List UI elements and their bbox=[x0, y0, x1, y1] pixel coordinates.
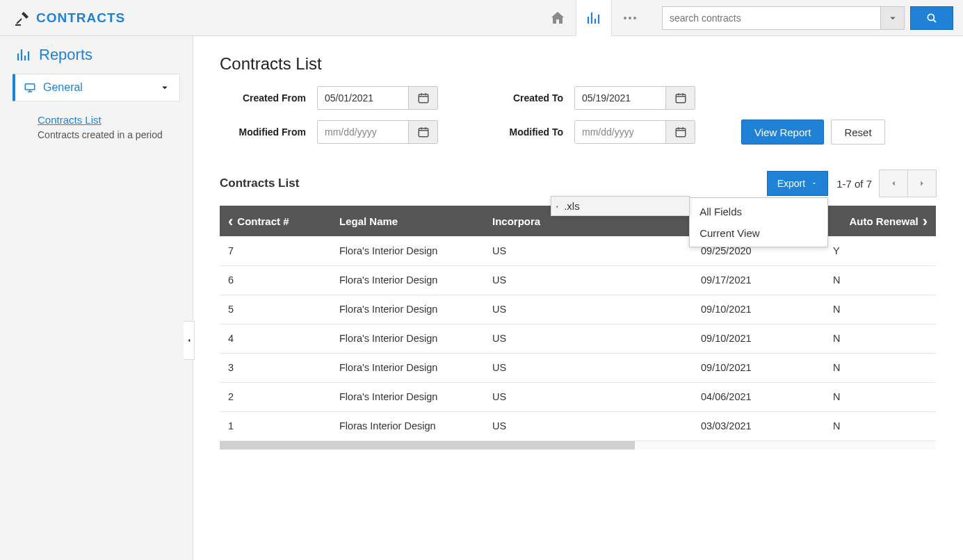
table-row[interactable]: 5Flora's Interior DesignUS09/10/2021N bbox=[220, 295, 936, 324]
cell-contract_no: 2 bbox=[220, 382, 331, 411]
svg-rect-6 bbox=[676, 94, 686, 103]
cell-incorporated: US bbox=[484, 295, 693, 324]
col-auto-renewal[interactable]: Auto Renewal bbox=[825, 206, 936, 236]
monitor-icon bbox=[24, 81, 36, 94]
scrollbar-thumb[interactable] bbox=[220, 441, 635, 450]
cell-auto_renewal: N bbox=[825, 411, 936, 440]
cell-auto_renewal: N bbox=[825, 382, 936, 411]
cell-incorporated: US bbox=[484, 324, 693, 353]
calendar-icon[interactable] bbox=[665, 121, 695, 143]
calendar-icon[interactable] bbox=[408, 121, 437, 143]
export-menu-current-view[interactable]: Current View bbox=[690, 222, 827, 244]
svg-point-2 bbox=[633, 17, 636, 19]
sidebar-item-general[interactable]: General bbox=[13, 74, 180, 101]
reset-button[interactable]: Reset bbox=[831, 120, 884, 145]
cell-renewal_date: 09/10/2021 bbox=[693, 295, 825, 324]
col-legal-name[interactable]: Legal Name bbox=[331, 206, 484, 236]
input-created-to[interactable] bbox=[575, 87, 665, 109]
cell-auto_renewal: N bbox=[825, 295, 936, 324]
cell-renewal_date: 04/06/2021 bbox=[693, 382, 825, 411]
reports-icon[interactable] bbox=[576, 0, 612, 36]
table-row[interactable]: 7Flora's Interior DesignUS09/25/2020Y bbox=[220, 236, 936, 265]
pager-next-button[interactable] bbox=[907, 170, 937, 197]
sidebar-link-contracts-list[interactable]: Contracts List bbox=[38, 114, 173, 126]
label-created-from: Created From bbox=[220, 92, 317, 104]
cell-renewal_date: 09/17/2021 bbox=[693, 265, 825, 295]
input-modified-from[interactable] bbox=[318, 121, 408, 143]
search-button[interactable] bbox=[910, 6, 953, 30]
label-modified-from: Modified From bbox=[220, 126, 317, 138]
cell-contract_no: 1 bbox=[220, 411, 331, 440]
table-row[interactable]: 6Flora's Interior DesignUS09/17/2021N bbox=[220, 265, 936, 295]
cell-legal_name: Flora's Interior Design bbox=[331, 236, 484, 265]
results-table: Contract # Legal Name Incorpora Renewal … bbox=[220, 206, 936, 441]
table-row[interactable]: 4Flora's Interior DesignUS09/10/2021N bbox=[220, 324, 936, 353]
table-row[interactable]: 1Floras Interior DesignUS03/03/2021N bbox=[220, 411, 936, 440]
more-icon[interactable] bbox=[612, 0, 648, 36]
page-title: Contracts List bbox=[220, 54, 937, 74]
cell-renewal_date: 03/03/2021 bbox=[693, 411, 825, 440]
cell-contract_no: 5 bbox=[220, 295, 331, 324]
sidebar-reports-title: Reports bbox=[39, 46, 92, 64]
table-row[interactable]: 2Flora's Interior DesignUS04/06/2021N bbox=[220, 382, 936, 411]
svg-rect-5 bbox=[419, 94, 428, 103]
cell-auto_renewal: N bbox=[825, 324, 936, 353]
pager-text: 1-7 of 7 bbox=[836, 178, 872, 190]
cell-legal_name: Flora's Interior Design bbox=[331, 353, 484, 382]
cell-incorporated: US bbox=[484, 382, 693, 411]
content: Contracts List Created From Created To bbox=[193, 36, 963, 560]
cell-legal_name: Floras Interior Design bbox=[331, 411, 484, 440]
cell-contract_no: 7 bbox=[220, 236, 331, 265]
col-contract-no[interactable]: Contract # bbox=[220, 206, 331, 236]
svg-point-0 bbox=[624, 17, 626, 19]
export-button[interactable]: Export bbox=[767, 171, 828, 196]
cell-renewal_date: 09/10/2021 bbox=[693, 353, 825, 382]
label-created-to: Created To bbox=[477, 92, 574, 104]
bar-chart-icon bbox=[15, 47, 32, 63]
cell-contract_no: 6 bbox=[220, 265, 331, 295]
results-title: Contracts List bbox=[220, 176, 299, 190]
horizontal-scrollbar[interactable] bbox=[220, 441, 936, 450]
sidebar: Reports General Contracts List Contracts… bbox=[0, 36, 193, 560]
cell-incorporated: US bbox=[484, 411, 693, 440]
calendar-icon[interactable] bbox=[665, 87, 695, 109]
export-button-label: Export bbox=[777, 178, 805, 189]
pager-prev-button[interactable] bbox=[879, 170, 908, 197]
cell-legal_name: Flora's Interior Design bbox=[331, 382, 484, 411]
top-nav-icons bbox=[540, 0, 648, 36]
calendar-icon[interactable] bbox=[408, 87, 437, 109]
cell-legal_name: Flora's Interior Design bbox=[331, 265, 484, 295]
cell-incorporated: US bbox=[484, 265, 693, 295]
svg-point-1 bbox=[629, 17, 631, 19]
cell-auto_renewal: N bbox=[825, 353, 936, 382]
export-dropdown-menu: All Fields Current View bbox=[689, 197, 828, 247]
sidebar-reports-header: Reports bbox=[13, 46, 180, 64]
cell-contract_no: 3 bbox=[220, 353, 331, 382]
input-modified-to[interactable] bbox=[575, 121, 665, 143]
home-icon[interactable] bbox=[540, 0, 576, 36]
export-flyout-xls[interactable]: .xls bbox=[551, 196, 690, 216]
svg-rect-7 bbox=[419, 129, 428, 137]
export-menu-all-fields[interactable]: All Fields bbox=[690, 201, 827, 222]
cell-legal_name: Flora's Interior Design bbox=[331, 324, 484, 353]
sidebar-collapse-handle[interactable] bbox=[184, 321, 195, 360]
brand: CONTRACTS bbox=[14, 10, 125, 26]
svg-rect-8 bbox=[676, 129, 686, 137]
cell-renewal_date: 09/10/2021 bbox=[693, 324, 825, 353]
cell-auto_renewal: N bbox=[825, 265, 936, 295]
svg-point-3 bbox=[928, 14, 934, 20]
input-created-from[interactable] bbox=[318, 87, 408, 109]
table-row[interactable]: 3Flora's Interior DesignUS09/10/2021N bbox=[220, 353, 936, 382]
brand-title: CONTRACTS bbox=[36, 10, 125, 26]
sidebar-link-description: Contracts created in a period bbox=[38, 129, 173, 142]
cell-auto_renewal: Y bbox=[825, 236, 936, 265]
chevron-down-icon bbox=[159, 81, 171, 94]
view-report-button[interactable]: View Report bbox=[741, 120, 824, 145]
export-flyout-xls-label: .xls bbox=[564, 200, 580, 212]
cell-incorporated: US bbox=[484, 353, 693, 382]
svg-rect-4 bbox=[25, 84, 35, 90]
search-input[interactable] bbox=[662, 6, 881, 30]
sidebar-sublinks: Contracts List Contracts created in a pe… bbox=[13, 101, 180, 142]
label-modified-to: Modified To bbox=[477, 126, 574, 138]
search-dropdown-button[interactable] bbox=[881, 6, 905, 30]
